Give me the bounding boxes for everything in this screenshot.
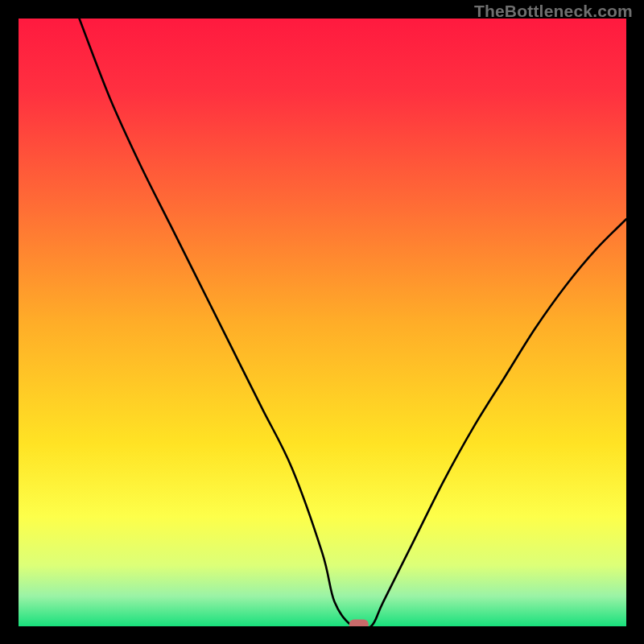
chart-svg bbox=[19, 19, 626, 626]
optimum-marker bbox=[349, 620, 369, 627]
chart-container: TheBottleneck.com bbox=[0, 0, 644, 644]
plot-area bbox=[19, 19, 626, 626]
gradient-rect bbox=[19, 19, 626, 626]
watermark-text: TheBottleneck.com bbox=[474, 2, 633, 21]
